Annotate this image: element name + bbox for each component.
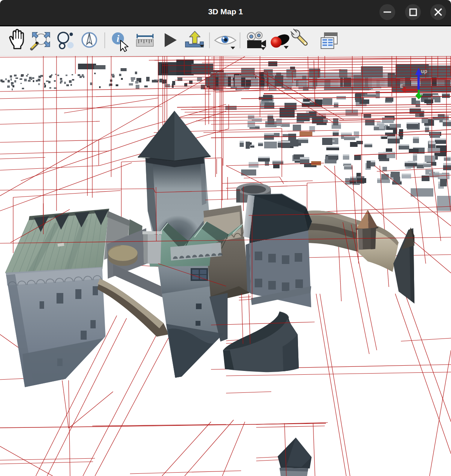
svg-text:E: E — [400, 84, 403, 89]
svg-text:i: i — [116, 33, 119, 44]
svg-text:w: w — [419, 92, 423, 96]
svg-text:up: up — [421, 68, 427, 74]
